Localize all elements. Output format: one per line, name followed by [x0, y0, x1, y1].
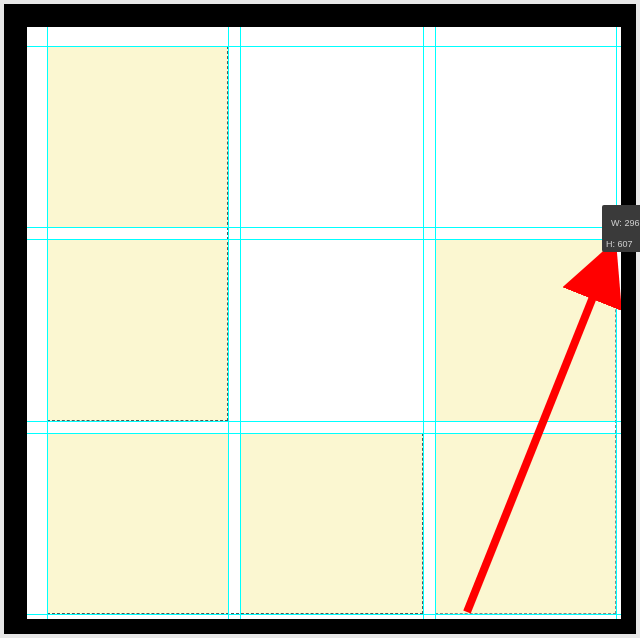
guide-vertical[interactable]: [423, 27, 424, 619]
guide-vertical[interactable]: [240, 27, 241, 619]
guide-vertical[interactable]: [435, 27, 436, 619]
guide-horizontal[interactable]: [27, 421, 621, 422]
guide-vertical[interactable]: [47, 27, 48, 619]
canvas[interactable]: [27, 27, 621, 619]
guide-vertical[interactable]: [228, 27, 229, 619]
selection-marquee: [47, 433, 423, 614]
window-frame: [4, 4, 636, 634]
selection-marquee: [47, 46, 228, 421]
guide-horizontal[interactable]: [27, 239, 621, 240]
guide-horizontal[interactable]: [27, 46, 621, 47]
guide-horizontal[interactable]: [27, 433, 621, 434]
active-selection-marquee[interactable]: [435, 239, 616, 614]
tooltip-height-value: 607: [618, 239, 633, 249]
tooltip-width-label: W:: [611, 218, 622, 228]
guide-horizontal[interactable]: [27, 227, 621, 228]
guide-horizontal[interactable]: [27, 614, 621, 615]
guide-vertical[interactable]: [616, 27, 617, 619]
tooltip-width-value: 296: [624, 218, 639, 228]
dimension-tooltip: W: 296 H: 607: [602, 205, 640, 252]
tooltip-height-label: H:: [606, 239, 615, 249]
